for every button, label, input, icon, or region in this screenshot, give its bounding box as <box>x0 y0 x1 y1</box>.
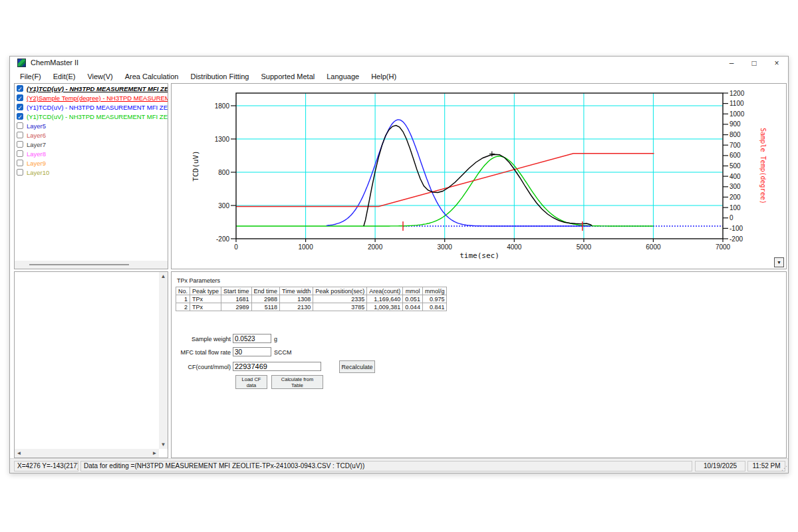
right-axis-tick-label: 500 <box>730 162 741 170</box>
app-icon <box>17 59 26 67</box>
field-label-2: MFC total flow rate <box>174 349 231 356</box>
maximize-button[interactable]: □ <box>743 57 765 70</box>
right-axis-tick-label: -100 <box>730 225 743 232</box>
resize-grip-icon[interactable]: ⋰ <box>781 465 787 471</box>
chart-panel: -20030080013001800-200-10001002003004005… <box>171 83 787 269</box>
scroll-down-icon[interactable]: ▼ <box>159 440 168 449</box>
scroll-right-icon[interactable]: ► <box>150 449 159 458</box>
right-axis-tick-label: 700 <box>730 142 741 149</box>
layer-item-6[interactable]: Layer6 <box>16 131 168 140</box>
layer-checkbox-6[interactable] <box>17 132 23 138</box>
x-axis-tick-label: 5000 <box>577 243 592 251</box>
layer-panel-scroll-strip[interactable] <box>15 261 168 269</box>
right-axis-label: Sample Temp(degree) <box>759 128 767 203</box>
left-axis-tick-label: 1800 <box>215 102 230 110</box>
layer-checkbox-8[interactable] <box>17 150 23 157</box>
layer-checkbox-5[interactable] <box>17 122 23 129</box>
field-input-cf-count-mmol[interactable] <box>233 362 321 371</box>
layer-item-10[interactable]: Layer10 <box>16 168 168 177</box>
layer-label: Layer10 <box>27 168 49 177</box>
layer-label: Layer7 <box>27 140 46 149</box>
field-label-1: Sample weight <box>174 336 231 342</box>
layer-item-4[interactable]: ✓(Y1)TCD(uV) - NH3TPD MEASUREMENT MFI ZE… <box>16 112 168 121</box>
status-editing-file: Data for editing =(NH3TPD MEASUREMENT MF… <box>80 461 692 471</box>
app-window: ChemMaster II – □ × File(F)Edit(E)View(V… <box>9 56 789 473</box>
series-TPx-peak1-fit <box>327 120 591 226</box>
layer-item-7[interactable]: Layer7 <box>16 140 168 149</box>
layer-label: (Y1)TCD(uV) - NH3TPD MEASUREMENT MFI ZEO… <box>27 84 168 93</box>
layer-item-9[interactable]: Layer9 <box>16 159 168 168</box>
chart-canvas[interactable]: -20030080013001800-200-10001002003004005… <box>172 84 786 269</box>
layer-item-8[interactable]: Layer8 <box>16 150 168 158</box>
right-axis-tick-label: 900 <box>730 120 741 128</box>
layer-label: Layer8 <box>27 150 46 158</box>
menu-item-edit-e[interactable]: Edit(E) <box>47 70 82 83</box>
left-axis-tick-label: 800 <box>218 169 229 176</box>
status-date: 10/19/2025 <box>695 461 745 471</box>
layer-checkbox-7[interactable] <box>17 141 23 148</box>
right-axis-tick-label: 800 <box>730 131 741 138</box>
right-axis-tick-label: 1200 <box>730 90 745 97</box>
left-axis-label: TCD(uV) <box>192 150 200 181</box>
layer-label: (Y1)TCD(uV) - NH3TPD MEASUREMENT MFI ZEO… <box>27 112 168 121</box>
layer-checkbox-4[interactable]: ✓ <box>17 113 23 120</box>
close-button[interactable]: × <box>765 57 788 70</box>
right-axis-tick-label: 600 <box>730 152 741 159</box>
recalculate-button[interactable]: Recalculate <box>339 360 375 373</box>
layer-checkbox-10[interactable] <box>17 169 23 176</box>
field-unit: SCCM <box>274 349 292 356</box>
layer-item-2[interactable]: ✓(Y2)Sample Temp(degree) - NH3TPD MEASUR… <box>16 94 168 102</box>
layer-label: (Y1)TCD(uV) - NH3TPD MEASUREMENT MFI ZEO… <box>27 103 168 112</box>
layer-label: (Y2)Sample Temp(degree) - NH3TPD MEASURE… <box>27 94 168 102</box>
field-input-sample-weight[interactable] <box>233 334 271 343</box>
x-axis-tick-label: 7000 <box>716 243 731 251</box>
menu-item-view-v[interactable]: View(V) <box>81 70 118 83</box>
layer-checkbox-9[interactable] <box>17 160 23 166</box>
status-time: 11:52 PM <box>747 461 785 471</box>
layer-item-1[interactable]: ✓(Y1)TCD(uV) - NH3TPD MEASUREMENT MFI ZE… <box>16 84 168 93</box>
field-input-mfc-total-flow-rate[interactable] <box>233 347 271 356</box>
layer-item-5[interactable]: Layer5 <box>16 122 168 130</box>
status-bar: X=4276 Y=-143(217) Data for editing =(NH… <box>10 458 788 473</box>
scroll-left-icon[interactable]: ◄ <box>15 449 23 458</box>
right-axis-tick-label: 400 <box>730 173 741 180</box>
load-cf-data-button[interactable]: Load CFdata <box>235 375 267 389</box>
layer-list: ✓(Y1)TCD(uV) - NH3TPD MEASUREMENT MFI ZE… <box>15 84 168 177</box>
x-axis-tick-label: 2000 <box>368 243 383 251</box>
menu-item-distribution-fitting[interactable]: Distribution Fitting <box>184 70 255 83</box>
calculate-from-table-button[interactable]: Calculate fromTable <box>271 375 323 389</box>
right-axis-tick-label: 100 <box>730 204 741 211</box>
x-axis-tick-label: 0 <box>234 243 238 251</box>
scroll-up-icon[interactable]: ▲ <box>159 272 168 281</box>
x-axis-tick-label: 1000 <box>298 243 313 251</box>
plot-border <box>236 93 723 239</box>
field-unit: g <box>274 336 277 342</box>
right-axis-tick-label: 300 <box>730 183 741 190</box>
horizontal-scrollbar[interactable]: ◄ ► <box>15 449 159 458</box>
left-axis-tick-label: 300 <box>218 202 229 209</box>
x-axis-label: time(sec) <box>460 251 499 260</box>
layer-label: Layer5 <box>27 122 46 130</box>
layer-checkbox-1[interactable]: ✓ <box>17 85 23 92</box>
layer-checkbox-3[interactable]: ✓ <box>17 104 23 110</box>
layer-item-3[interactable]: ✓(Y1)TCD(uV) - NH3TPD MEASUREMENT MFI ZE… <box>16 103 168 112</box>
menu-item-help-h[interactable]: Help(H) <box>365 70 402 83</box>
menu-item-area-calculation[interactable]: Area Calculation <box>119 70 185 83</box>
title-bar: ChemMaster II – □ × <box>10 57 788 70</box>
menu-item-supported-metal[interactable]: Supported Metal <box>255 70 321 83</box>
right-axis-tick-label: 1000 <box>730 110 745 118</box>
x-axis-tick-label: 6000 <box>646 243 661 251</box>
layer-label: Layer9 <box>27 159 46 168</box>
chart-dropdown-button[interactable]: ▼ <box>774 257 784 267</box>
menu-item-language[interactable]: Language <box>321 70 365 83</box>
data-list-panel: ▲ ▼ ◄ ► <box>14 271 168 458</box>
series-sample-temp <box>236 154 654 207</box>
menu-item-file-f[interactable]: File(F) <box>14 70 47 83</box>
status-coordinates: X=4276 Y=-143(217) <box>14 461 78 471</box>
right-axis-tick-label: -200 <box>730 235 743 243</box>
field-label-3: CF(count/mmol) <box>174 364 231 370</box>
layer-label: Layer6 <box>27 131 46 140</box>
layer-checkbox-2[interactable]: ✓ <box>17 94 23 101</box>
vertical-scrollbar[interactable]: ▲ ▼ <box>159 272 168 449</box>
minimize-button[interactable]: – <box>720 57 743 70</box>
